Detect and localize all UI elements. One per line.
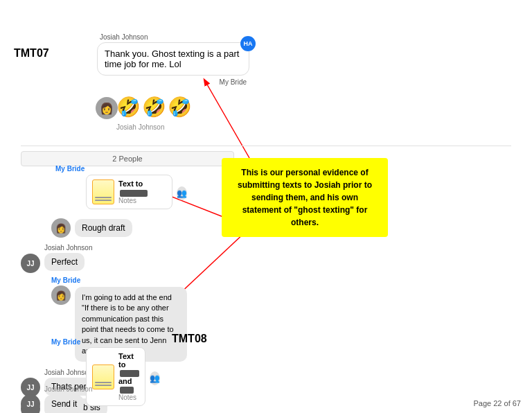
top-chat-area: Josiah Johnson Thank you. Ghost texting … bbox=[97, 33, 249, 86]
note-icon-1 bbox=[92, 179, 114, 204]
tmt07-label: TMT07 bbox=[14, 47, 49, 60]
ha-badge: HA bbox=[240, 36, 256, 51]
top-chat-message: Thank you. Ghost texting is a part time … bbox=[105, 49, 239, 69]
note-subtitle-2: Notes bbox=[118, 394, 139, 401]
jj-badge-1: JJ bbox=[21, 254, 40, 273]
add-people-icon-1: 👥 bbox=[177, 186, 187, 200]
note-card-2: Text to and Notes bbox=[86, 347, 145, 406]
note-icon-2 bbox=[92, 364, 114, 389]
perfect-bubble: Perfect bbox=[44, 253, 85, 271]
note-title-1: Text to bbox=[118, 179, 166, 196]
note-text-1: Text to Notes bbox=[118, 179, 166, 204]
add-people-icon-2: 👥 bbox=[150, 371, 160, 385]
josiah-name-send: Josiah Johnson bbox=[44, 385, 93, 393]
my-bride-label-top: My Bride bbox=[220, 78, 247, 86]
top-sender-name: Josiah Johnson bbox=[100, 33, 148, 41]
my-bride-sender-2: My Bride bbox=[51, 276, 187, 284]
send-it-bubble: Send it bbox=[44, 395, 84, 413]
note-subtitle-1: Notes bbox=[118, 197, 166, 204]
svg-line-0 bbox=[204, 80, 249, 158]
note-card-1: Text to Notes bbox=[86, 175, 172, 209]
my-bride-sender-label: My Bride bbox=[55, 165, 187, 173]
emoji-row: 🤣🤣🤣 bbox=[116, 96, 193, 118]
rough-draft-bubble: Rough draft bbox=[75, 219, 132, 237]
tmt08-label: TMT08 bbox=[172, 333, 207, 345]
annotation-box: This is our personal evidence of submitt… bbox=[222, 158, 388, 237]
page-number: Page 22 of 67 bbox=[473, 399, 521, 407]
avatar-bride-rough: 👩 bbox=[51, 218, 71, 238]
avatar-bride-long: 👩 bbox=[51, 285, 71, 305]
note-text-2: Text to and Notes bbox=[118, 352, 139, 401]
two-people-bar: 2 People bbox=[21, 151, 234, 166]
my-bride-sender-3: My Bride bbox=[51, 338, 159, 346]
avatar-bride-emoji: 👩 bbox=[96, 97, 118, 119]
josiah-label-emojis: Josiah Johnson bbox=[116, 123, 165, 131]
section-divider bbox=[21, 146, 511, 146]
jj-badge-send: JJ bbox=[21, 394, 40, 413]
note-title-2: Text to and bbox=[118, 352, 139, 394]
top-chat-bubble: Thank you. Ghost texting is a part time … bbox=[97, 42, 249, 76]
send-it-area: Josiah Johnson JJ Send it bbox=[21, 385, 93, 413]
josiah-name-label-1: Josiah Johnson bbox=[44, 244, 187, 252]
